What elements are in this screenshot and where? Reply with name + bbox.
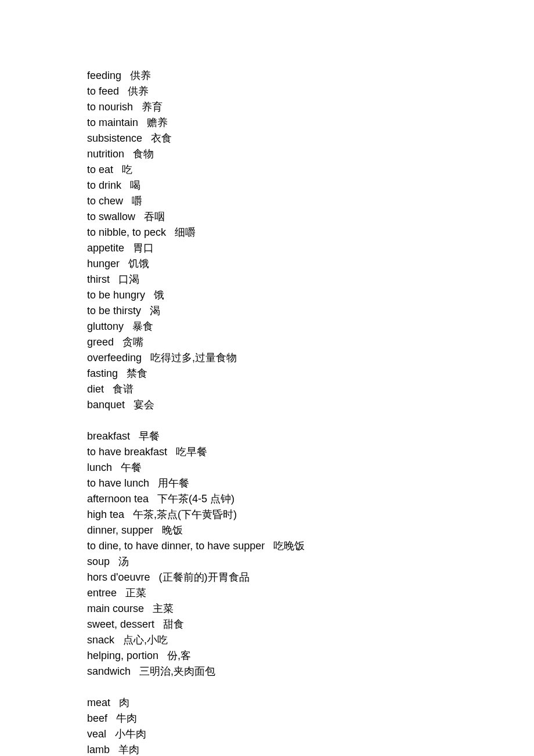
chinese-translation: 胃口 xyxy=(133,242,154,254)
english-term: to nibble, to peck xyxy=(87,226,166,238)
vocab-entry: soup 汤 xyxy=(87,554,534,570)
vocab-entry: to be hungry 饿 xyxy=(87,287,534,303)
english-term: fasting xyxy=(87,368,118,379)
english-term: afternoon tea xyxy=(87,493,149,505)
english-term: to nourish xyxy=(87,101,133,113)
chinese-translation: 用午餐 xyxy=(158,477,189,489)
english-term: nutrition xyxy=(87,148,124,160)
english-term: diet xyxy=(87,383,104,395)
english-term: to be hungry xyxy=(87,289,145,301)
vocab-entry: entree 正菜 xyxy=(87,585,534,601)
chinese-translation: 暴食 xyxy=(132,321,153,332)
chinese-translation: 食物 xyxy=(133,148,154,160)
vocab-entry: fasting 禁食 xyxy=(87,366,534,381)
english-term: greed xyxy=(87,336,114,348)
section-gap xyxy=(87,679,534,695)
english-term: hors d'oeuvre xyxy=(87,571,150,583)
english-term: to drink xyxy=(87,179,121,191)
vocab-entry: sandwich 三明治,夹肉面包 xyxy=(87,664,534,679)
vocab-entry: meat 肉 xyxy=(87,695,534,711)
vocab-entry: hunger 饥饿 xyxy=(87,256,534,272)
chinese-translation: 贪嘴 xyxy=(122,336,143,348)
chinese-translation: 养育 xyxy=(142,101,163,113)
vocabulary-page: feeding 供养to feed 供养to nourish 养育to main… xyxy=(0,0,534,756)
vocab-entry: to chew 嚼 xyxy=(87,193,534,209)
english-term: thirst xyxy=(87,273,110,285)
vocab-entry: to dine, to have dinner, to have supper … xyxy=(87,538,534,554)
vocab-entry: dinner, supper 晚饭 xyxy=(87,523,534,538)
vocab-entry: diet 食谱 xyxy=(87,381,534,397)
english-term: subsistence xyxy=(87,132,142,144)
vocab-entry: breakfast 早餐 xyxy=(87,429,534,444)
chinese-translation: 供养 xyxy=(130,70,151,81)
vocab-entry: lamb 羊肉 xyxy=(87,742,534,756)
vocab-entry: to have breakfast 吃早餐 xyxy=(87,444,534,460)
english-term: beef xyxy=(87,712,107,724)
chinese-translation: 赡养 xyxy=(147,117,168,128)
english-term: to chew xyxy=(87,195,123,207)
english-term: to feed xyxy=(87,85,119,97)
vocab-entry: to maintain 赡养 xyxy=(87,115,534,131)
chinese-translation: 口渴 xyxy=(118,273,139,285)
english-term: soup xyxy=(87,556,110,567)
chinese-translation: 羊肉 xyxy=(118,744,139,755)
chinese-translation: 汤 xyxy=(118,556,129,567)
chinese-translation: 渴 xyxy=(150,305,160,316)
vocab-entry: appetite 胃口 xyxy=(87,240,534,256)
chinese-translation: 午茶,茶点(下午黄昏时) xyxy=(133,509,237,520)
chinese-translation: 嚼 xyxy=(132,195,142,207)
vocab-entry: hors d'oeuvre (正餐前的)开胃食品 xyxy=(87,570,534,585)
vocab-entry: to feed 供养 xyxy=(87,84,534,99)
chinese-translation: 牛肉 xyxy=(116,712,137,724)
english-term: to maintain xyxy=(87,117,138,128)
chinese-translation: 早餐 xyxy=(139,430,160,442)
vocab-entry: afternoon tea 下午茶(4-5 点钟) xyxy=(87,491,534,507)
chinese-translation: 午餐 xyxy=(121,462,142,473)
chinese-translation: 细嚼 xyxy=(175,226,196,238)
vocab-entry: main course 主菜 xyxy=(87,601,534,617)
english-term: to be thirsty xyxy=(87,305,141,316)
chinese-translation: 肉 xyxy=(119,697,129,708)
section-gap xyxy=(87,413,534,429)
vocab-entry: to eat 吃 xyxy=(87,162,534,178)
vocab-entry: beef 牛肉 xyxy=(87,711,534,726)
chinese-translation: 吃晚饭 xyxy=(273,540,305,552)
vocab-entry: gluttony 暴食 xyxy=(87,319,534,334)
english-term: gluttony xyxy=(87,321,124,332)
english-term: lamb xyxy=(87,744,110,755)
english-term: banquet xyxy=(87,399,125,411)
chinese-translation: 宴会 xyxy=(134,399,154,411)
vocab-entry: banquet 宴会 xyxy=(87,397,534,413)
chinese-translation: 吃早餐 xyxy=(176,446,207,458)
vocab-entry: thirst 口渴 xyxy=(87,272,534,287)
chinese-translation: 供养 xyxy=(128,85,149,97)
english-term: sandwich xyxy=(87,665,131,677)
english-term: breakfast xyxy=(87,430,130,442)
english-term: overfeeding xyxy=(87,352,142,363)
chinese-translation: 甜食 xyxy=(163,618,184,630)
vocab-entry: feeding 供养 xyxy=(87,68,534,84)
chinese-translation: 主菜 xyxy=(153,603,174,614)
vocab-entry: high tea 午茶,茶点(下午黄昏时) xyxy=(87,507,534,523)
vocab-entry: to nibble, to peck 细嚼 xyxy=(87,225,534,240)
english-term: entree xyxy=(87,587,117,599)
english-term: lunch xyxy=(87,462,112,473)
vocab-entry: snack 点心,小吃 xyxy=(87,632,534,648)
chinese-translation: 食谱 xyxy=(113,383,134,395)
chinese-translation: 晚饭 xyxy=(162,524,183,536)
chinese-translation: 禁食 xyxy=(127,368,147,379)
chinese-translation: 吃 xyxy=(122,164,132,175)
english-term: high tea xyxy=(87,509,124,520)
vocab-entry: overfeeding 吃得过多,过量食物 xyxy=(87,350,534,366)
english-term: dinner, supper xyxy=(87,524,153,536)
vocab-entry: to nourish 养育 xyxy=(87,99,534,115)
english-term: snack xyxy=(87,634,114,646)
vocab-entry: veal 小牛肉 xyxy=(87,726,534,742)
vocab-entry: greed 贪嘴 xyxy=(87,334,534,350)
chinese-translation: 饥饿 xyxy=(128,258,149,269)
vocab-entry: nutrition 食物 xyxy=(87,146,534,162)
chinese-translation: 下午茶(4-5 点钟) xyxy=(157,493,234,505)
english-term: appetite xyxy=(87,242,124,254)
chinese-translation: 吞咽 xyxy=(144,211,165,222)
chinese-translation: 衣食 xyxy=(151,132,172,144)
